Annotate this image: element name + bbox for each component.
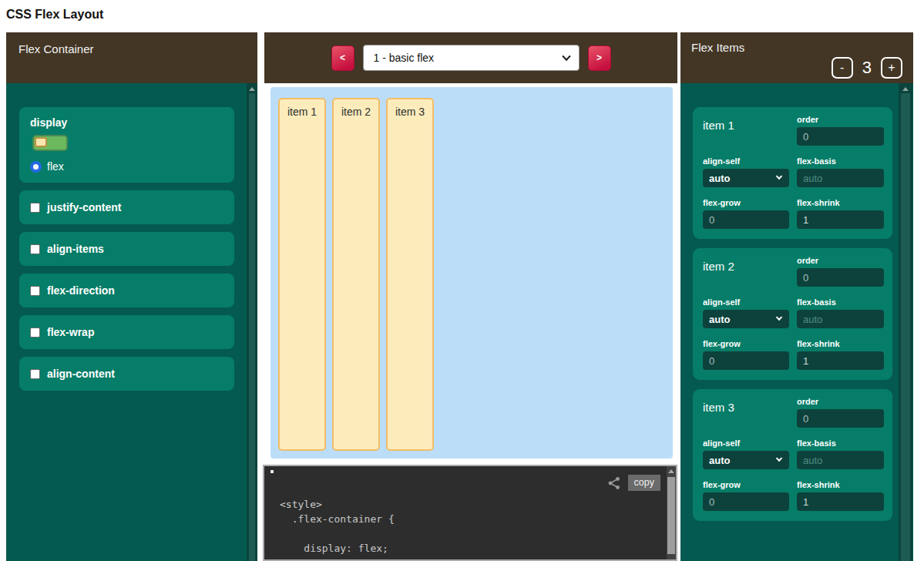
- code-scrollbar[interactable]: [667, 466, 676, 559]
- share-icon[interactable]: [606, 475, 622, 491]
- align-items-label: align-items: [47, 243, 104, 255]
- flex-shrink-input[interactable]: [797, 492, 884, 511]
- flex-direction-label: flex-direction: [47, 284, 115, 297]
- flex-grow-input[interactable]: [703, 210, 789, 229]
- item-3-card: item 3 order align-self auto flex-basis …: [693, 389, 892, 521]
- item-count: 3: [862, 58, 872, 78]
- item-3-flex-basis-field: flex-basis: [797, 438, 884, 469]
- example-select-wrap: 1 - basic flex: [363, 45, 580, 71]
- generated-css-code: <style> .flex-container { display: flex;: [280, 497, 395, 556]
- code-cursor-dot: [270, 470, 274, 473]
- add-item-button[interactable]: +: [881, 57, 902, 79]
- flex-preview-container: item 1 item 2 item 3: [270, 87, 673, 459]
- display-flex-radio-label: flex: [47, 160, 64, 173]
- left-panel-scrollbar[interactable]: [247, 83, 257, 561]
- align-self-select[interactable]: auto: [703, 310, 789, 328]
- property-card-flex-direction[interactable]: flex-direction: [19, 274, 234, 307]
- flex-shrink-label: flex-shrink: [797, 198, 884, 207]
- flex-shrink-input[interactable]: [797, 351, 884, 370]
- flex-shrink-label: flex-shrink: [797, 339, 884, 348]
- flex-grow-label: flex-grow: [703, 198, 789, 207]
- property-card-flex-wrap[interactable]: flex-wrap: [19, 315, 234, 349]
- align-items-checkbox[interactable]: [30, 244, 40, 254]
- remove-item-button[interactable]: -: [832, 57, 853, 79]
- justify-content-checkbox[interactable]: [30, 203, 40, 213]
- item-1-title: item 1: [703, 115, 789, 146]
- item-1-flex-basis-field: flex-basis: [797, 156, 884, 187]
- example-select[interactable]: 1 - basic flex: [363, 45, 580, 71]
- display-flex-radio[interactable]: [30, 161, 42, 173]
- item-3-flex-shrink-field: flex-shrink: [797, 480, 884, 511]
- display-toggle-knob: [35, 137, 47, 147]
- flex-items-panel: Flex Items - 3 + item 1 order align-self…: [680, 32, 913, 561]
- align-self-select[interactable]: auto: [703, 451, 789, 469]
- flex-grow-input[interactable]: [703, 492, 789, 511]
- justify-content-label: justify-content: [47, 201, 121, 213]
- order-label: order: [797, 115, 884, 124]
- property-card-justify-content[interactable]: justify-content: [19, 190, 234, 224]
- align-self-label: align-self: [703, 438, 789, 448]
- item-3-order-field: order: [797, 397, 884, 428]
- item-1-order-field: order: [797, 115, 884, 146]
- item-1-align-self-field: align-self auto: [703, 156, 789, 187]
- right-panel-scrollbar-thumb[interactable]: [901, 93, 910, 561]
- flex-basis-label: flex-basis: [797, 297, 884, 307]
- flex-item-3: item 3: [386, 98, 434, 451]
- prev-example-button[interactable]: <: [331, 45, 354, 71]
- order-input[interactable]: [797, 268, 884, 287]
- item-1-flex-shrink-field: flex-shrink: [797, 198, 884, 229]
- order-label: order: [797, 397, 884, 406]
- scroll-up-arrow-icon[interactable]: [668, 469, 674, 473]
- item-2-order-field: order: [797, 256, 884, 287]
- order-input[interactable]: [797, 127, 884, 146]
- flex-item-1: item 1: [278, 98, 326, 451]
- item-2-flex-grow-field: flex-grow: [703, 339, 789, 370]
- property-card-align-content[interactable]: align-content: [19, 357, 234, 391]
- preview-column: < 1 - basic flex > item 1 item 2 item 3: [264, 32, 677, 561]
- property-card-align-items[interactable]: align-items: [19, 232, 234, 266]
- flex-basis-input[interactable]: [797, 451, 884, 469]
- align-content-checkbox[interactable]: [30, 369, 40, 379]
- preview-body: item 1 item 2 item 3 copy <style> .f: [264, 83, 677, 561]
- flex-grow-input[interactable]: [703, 351, 789, 370]
- next-example-button[interactable]: >: [588, 45, 611, 71]
- item-1-card: item 1 order align-self auto flex-basis …: [693, 107, 892, 239]
- item-counter: - 3 +: [832, 57, 902, 79]
- flex-wrap-checkbox[interactable]: [30, 328, 40, 338]
- item-3-align-self-field: align-self auto: [703, 438, 789, 469]
- flex-basis-label: flex-basis: [797, 438, 884, 448]
- page-title: CSS Flex Layout: [6, 8, 103, 22]
- item-2-card: item 2 order align-self auto flex-basis …: [693, 248, 892, 380]
- flex-basis-label: flex-basis: [797, 156, 884, 166]
- example-nav-bar: < 1 - basic flex >: [264, 32, 677, 83]
- flex-grow-label: flex-grow: [703, 339, 789, 348]
- flex-shrink-input[interactable]: [797, 210, 884, 229]
- flex-direction-checkbox[interactable]: [30, 286, 40, 296]
- flex-grow-label: flex-grow: [703, 480, 789, 489]
- item-2-title: item 2: [703, 256, 789, 287]
- order-input[interactable]: [797, 409, 884, 428]
- copy-button[interactable]: copy: [628, 475, 660, 491]
- item-3-flex-grow-field: flex-grow: [703, 480, 789, 511]
- display-toggle[interactable]: [32, 135, 68, 151]
- right-panel-scrollbar[interactable]: [899, 83, 912, 561]
- align-self-label: align-self: [703, 297, 789, 307]
- code-scrollbar-thumb[interactable]: [667, 477, 675, 554]
- display-card: display flex: [19, 107, 234, 183]
- flex-items-panel-header: Flex Items - 3 +: [680, 32, 913, 83]
- item-2-flex-basis-field: flex-basis: [797, 297, 884, 328]
- item-3-title: item 3: [703, 397, 789, 428]
- flex-basis-input[interactable]: [797, 169, 884, 187]
- flex-item-2: item 2: [332, 98, 380, 451]
- app: CSS Flex Layout Flex Container display f…: [0, 0, 924, 561]
- flex-basis-input[interactable]: [797, 310, 884, 328]
- order-label: order: [797, 256, 884, 265]
- code-panel: copy <style> .flex-container { display: …: [263, 465, 677, 561]
- scroll-up-arrow-icon[interactable]: [249, 87, 255, 91]
- left-panel-scrollbar-thumb[interactable]: [249, 93, 255, 561]
- display-flex-option[interactable]: flex: [30, 160, 223, 173]
- align-self-select[interactable]: auto: [703, 169, 789, 187]
- flex-items-panel-title: Flex Items: [691, 41, 744, 54]
- flex-container-panel-body: display flex justify-content align-items…: [6, 83, 257, 561]
- scroll-up-arrow-icon[interactable]: [902, 87, 909, 91]
